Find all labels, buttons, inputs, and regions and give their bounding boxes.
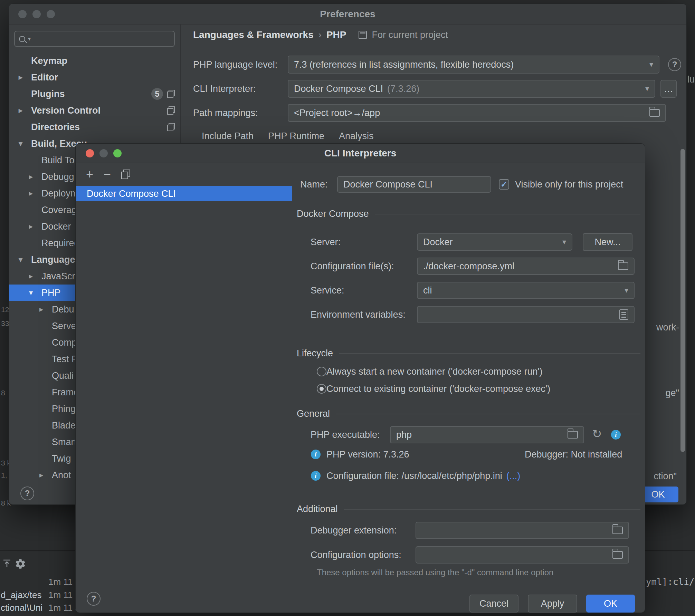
section-rule [375, 214, 640, 214]
gutter-number: 33 [1, 319, 9, 328]
visible-only-label[interactable]: Visible only for this project [515, 176, 623, 193]
configuration-options-field[interactable] [416, 546, 629, 564]
folder-icon[interactable] [618, 262, 628, 270]
ok-button[interactable]: OK [586, 595, 635, 613]
radio-always-new-container[interactable] [317, 367, 326, 376]
chevron-right-icon[interactable]: ▸ [39, 471, 52, 480]
sidebar-item-label: Quali [52, 370, 74, 381]
php-executable-label: PHP executable: [311, 426, 380, 443]
cli-interpreter-label: CLI Interpreter: [193, 80, 256, 98]
name-label: Name: [300, 176, 328, 193]
cli-interpreter-select[interactable]: Docker Compose CLI (7.3.26) ▾ [288, 80, 655, 98]
chevron-right-icon[interactable]: ▸ [29, 189, 41, 198]
browse-interpreters-button[interactable]: … [660, 80, 677, 98]
sidebar-item-editor[interactable]: ▸Editor [9, 69, 180, 86]
radio-connect-existing-label[interactable]: Connect to existing container ('docker-c… [326, 381, 550, 397]
configuration-files-field[interactable]: ./docker-compose.yml [417, 258, 635, 275]
name-input[interactable]: Docker Compose CLI [337, 176, 491, 193]
sidebar-item-version-control[interactable]: ▸Version Control [9, 102, 180, 119]
gear-icon[interactable] [15, 558, 26, 570]
breadcrumb-section[interactable]: Languages & Frameworks [193, 29, 314, 40]
radio-always-new-label[interactable]: Always start a new container ('docker-co… [326, 363, 543, 380]
visible-only-checkbox[interactable]: ✓ [499, 179, 509, 190]
sidebar-item-plugins[interactable]: Plugins5 [9, 86, 180, 102]
breadcrumb-separator: › [318, 29, 322, 40]
info-icon: i [311, 450, 321, 459]
search-history-chevron-icon[interactable]: ▾ [28, 36, 31, 42]
include-path-fragment: work- [656, 322, 679, 333]
php-language-level-select[interactable]: 7.3 (references in list assignments, fle… [288, 56, 659, 74]
chevron-right-icon[interactable]: ▸ [29, 272, 41, 281]
dialog-titlebar: CLI Interpreters [76, 144, 645, 163]
sidebar-item-label: Comp [52, 337, 77, 348]
test-duration: 1m 11 s [48, 603, 80, 613]
php-executable-field[interactable]: php [390, 426, 584, 443]
cancel-button[interactable]: Cancel [469, 595, 518, 613]
modified-settings-icon [167, 106, 175, 115]
service-select[interactable]: cli ▾ [417, 282, 635, 299]
interpreter-name: Docker Compose CLI [87, 189, 176, 199]
search-input[interactable]: ▾ [14, 31, 175, 47]
folder-icon[interactable] [612, 551, 623, 559]
chevron-down-icon[interactable]: ▾ [29, 288, 41, 297]
sidebar-item-label: Debugg [41, 172, 74, 182]
help-button[interactable]: ? [20, 487, 34, 500]
service-label: Service: [311, 282, 344, 299]
gutter-number: 12 [1, 306, 9, 314]
apply-button[interactable]: Apply [528, 595, 577, 613]
interpreter-list-item[interactable]: Docker Compose CLI [76, 186, 292, 201]
modified-settings-icon [167, 90, 175, 98]
new-server-button[interactable]: New... [583, 233, 632, 251]
add-icon[interactable]: + [86, 168, 93, 181]
breadcrumb-page: PHP [326, 29, 346, 40]
info-icon[interactable]: i [611, 430, 621, 440]
scrollbar-thumb[interactable] [680, 149, 685, 452]
help-icon[interactable]: ? [668, 58, 681, 71]
copy-icon[interactable] [121, 170, 130, 179]
remove-icon[interactable]: − [104, 168, 111, 181]
configuration-file-info-row: Configuration file: /usr/local/etc/php/p… [326, 468, 520, 484]
section-title: General [297, 408, 330, 419]
cli-interpreters-dialog: CLI Interpreters + − Docker Compose CLI … [75, 143, 645, 613]
radio-connect-existing[interactable] [317, 384, 326, 394]
chevron-down-icon[interactable]: ▾ [19, 255, 31, 264]
folder-icon[interactable] [649, 109, 660, 117]
edit-variables-icon[interactable] [619, 309, 628, 320]
chevron-right-icon[interactable]: ▸ [29, 222, 41, 231]
chevron-down-icon[interactable]: ▾ [19, 139, 31, 148]
chevron-right-icon[interactable]: ▸ [29, 172, 41, 181]
scroll-to-top-icon[interactable] [1, 558, 12, 569]
folder-icon[interactable] [612, 527, 623, 534]
chevron-right-icon[interactable]: ▸ [19, 106, 31, 115]
tab-analysis[interactable]: Analysis [339, 131, 374, 142]
docker-compose-section: Docker Compose [297, 209, 640, 219]
select-value: Docker Compose CLI [294, 84, 383, 94]
sidebar-item-label: Keymap [31, 56, 67, 66]
select-value: cli [423, 285, 432, 296]
lifecycle-section: Lifecycle [297, 348, 640, 359]
sidebar-item-label: Twig [52, 453, 71, 464]
info-glyph: i [615, 431, 617, 439]
select-value: Docker [423, 237, 453, 248]
sidebar-item-keymap[interactable]: Keymap [9, 52, 180, 69]
tab-php-runtime[interactable]: PHP Runtime [268, 131, 324, 142]
chevron-down-icon: ▾ [621, 286, 628, 295]
tab-include-path[interactable]: Include Path [202, 131, 254, 142]
environment-variables-field[interactable] [417, 306, 635, 323]
refresh-icon[interactable]: ↻ [592, 427, 602, 441]
debugger-extension-field[interactable] [416, 522, 629, 539]
section-rule [339, 353, 640, 354]
chevron-right-icon[interactable]: ▸ [39, 305, 52, 314]
folder-icon[interactable] [568, 431, 578, 439]
ide-screen: 12 33 8 3 k 1, 2 8 k 1m 11 s d_ajax/tes … [0, 0, 695, 616]
console-text-fragment: .yml]:cli/ [640, 577, 695, 587]
show-phpinfo-link[interactable]: (...) [506, 471, 521, 481]
path-mappings-field[interactable]: <Project root>→/app [288, 104, 666, 122]
configuration-files-label: Configuration file(s): [311, 258, 394, 275]
chevron-right-icon[interactable]: ▸ [19, 73, 31, 82]
sidebar-item-label: Debu [52, 304, 74, 315]
sidebar-item-directories[interactable]: Directories [9, 119, 180, 135]
dialog-help-button[interactable]: ? [87, 592, 101, 606]
server-select[interactable]: Docker ▾ [417, 233, 572, 251]
sidebar-item-label: JavaScr [41, 271, 75, 282]
